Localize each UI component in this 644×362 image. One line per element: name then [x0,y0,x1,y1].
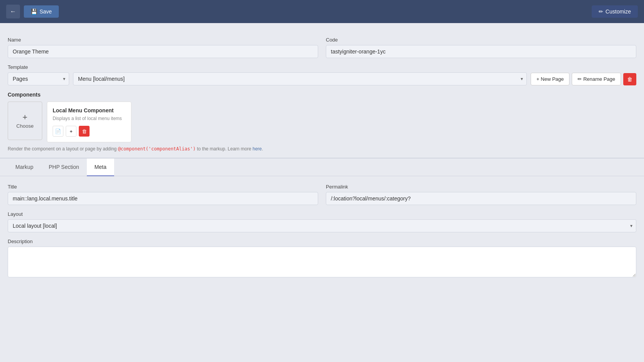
component-actions: 📄 + 🗑 [53,126,126,137]
customize-icon: ✏ [599,8,603,15]
component-title: Local Menu Component [53,107,126,113]
layout-select[interactable]: Local layout [local] [8,219,636,232]
component-card: Local Menu Component Displays a list of … [47,102,131,142]
permalink-group: Permalink [326,184,636,205]
template-section: Template Pages Menu [local/menus] + New … [8,64,636,85]
rename-page-button[interactable]: ✏ Rename Page [572,73,621,85]
hint-text: Render the component on a layout or page… [8,146,636,152]
template-label: Template [8,64,636,70]
permalink-label: Permalink [326,184,636,190]
layout-select-wrapper: Local layout [local] [8,219,636,232]
code-label: Code [326,37,636,43]
customize-button[interactable]: ✏ Customize [592,5,638,18]
tabs-nav: Markup PHP Section Meta [0,158,644,176]
hint-middle: to the markup. Learn more [196,146,252,152]
back-button[interactable]: ← [6,5,20,18]
components-area: + Choose Local Menu Component Displays a… [8,102,636,142]
tab-php-section[interactable]: PHP Section [41,158,87,176]
description-label: Description [8,239,636,244]
hint-link[interactable]: here [252,146,262,152]
title-input[interactable] [8,192,318,205]
choose-component-button[interactable]: + Choose [8,102,42,140]
template-row: Pages Menu [local/menus] + New Page ✏ Re… [8,72,636,85]
component-add-button[interactable]: + [66,126,76,137]
name-group: Name [8,37,318,58]
layout-label: Layout [8,211,636,217]
save-label: Save [40,8,52,15]
topbar-right: ✏ Customize [592,5,638,18]
name-label: Name [8,37,318,43]
menu-select[interactable]: Menu [local/menus] [73,72,527,85]
components-label: Components [8,92,636,98]
back-icon: ← [10,8,16,15]
new-page-button[interactable]: + New Page [531,73,569,85]
save-icon: 💾 [31,8,37,15]
delete-page-icon: 🗑 [627,76,632,82]
permalink-input[interactable] [326,192,636,205]
tab-markup[interactable]: Markup [8,158,41,176]
delete-page-button[interactable]: 🗑 [623,73,636,85]
code-group: Code [326,37,636,58]
topbar: ← 💾 Save ✏ Customize [0,0,644,23]
component-description: Displays a list of local menu items [53,116,126,121]
description-group: Description [8,239,636,277]
code-input[interactable] [326,45,636,58]
name-input[interactable] [8,45,318,58]
title-group: Title [8,184,318,205]
menu-select-wrapper: Menu [local/menus] [73,72,527,85]
choose-plus-icon: + [23,113,28,122]
tab-meta[interactable]: Meta [87,158,114,176]
name-code-row: Name Code [8,37,636,58]
hint-suffix: . [262,146,263,152]
description-textarea[interactable] [8,247,636,277]
add-icon: + [70,128,73,134]
tabs-section: Markup PHP Section Meta Title Permalink … [0,158,644,285]
choose-label: Choose [17,123,34,129]
topbar-left: ← 💾 Save [6,5,59,18]
layout-group: Layout Local layout [local] [8,211,636,232]
component-edit-button[interactable]: 📄 [53,126,63,137]
save-button[interactable]: 💾 Save [24,5,59,18]
component-delete-button[interactable]: 🗑 [79,126,90,137]
edit-icon: 📄 [55,128,61,134]
hint-code: @component('componentAlias') [118,146,196,152]
customize-label: Customize [606,8,631,15]
pages-select[interactable]: Pages [8,72,69,85]
hint-prefix: Render the component on a layout or page… [8,146,118,152]
title-permalink-row: Title Permalink [8,184,636,205]
main-content: Name Code Template Pages Menu [local/men… [0,23,644,152]
title-label: Title [8,184,318,190]
component-delete-icon: 🗑 [82,128,87,134]
pages-select-wrapper: Pages [8,72,69,85]
tab-meta-content: Title Permalink Layout Local layout [loc… [0,176,644,285]
components-section: Components + Choose Local Menu Component… [8,92,636,152]
template-buttons: + New Page ✏ Rename Page 🗑 [531,73,636,85]
